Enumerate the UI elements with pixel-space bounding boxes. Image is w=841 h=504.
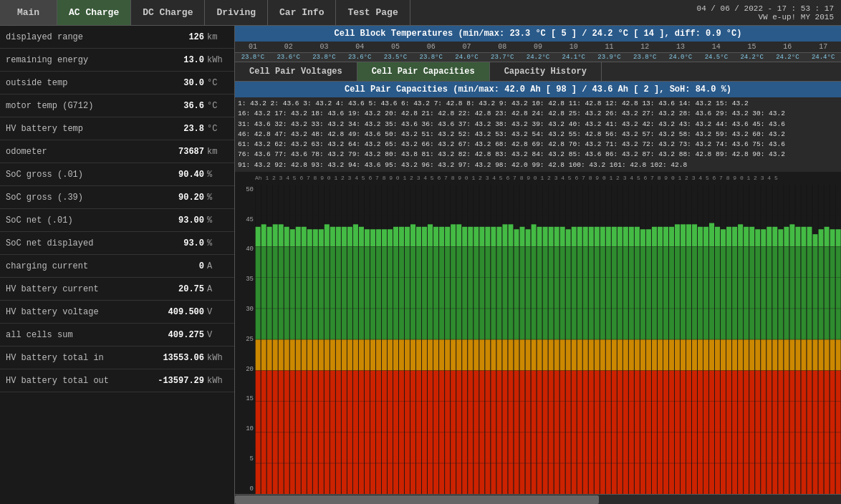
svg-rect-53 — [313, 229, 318, 246]
metric-unit: °C — [207, 78, 229, 88]
svg-rect-301 — [600, 339, 605, 370]
metric-row: SoC gross (.01) 90.40 % — [0, 163, 234, 186]
sub-tab-capacities[interactable]: Cell Pair Capacities — [357, 62, 490, 81]
svg-rect-312 — [612, 246, 617, 339]
svg-rect-246 — [537, 339, 542, 370]
svg-rect-383 — [692, 224, 697, 246]
cell-data-line: 31: 43.6 32: 43.2 33: 43.2 34: 43.2 35: … — [238, 120, 838, 130]
svg-rect-352 — [658, 246, 663, 339]
svg-rect-296 — [595, 339, 600, 370]
metric-row: charging current 0 A — [0, 255, 234, 278]
svg-rect-413 — [726, 227, 731, 247]
svg-rect-183 — [462, 227, 467, 247]
temp-value: 24.1°C — [556, 54, 592, 61]
svg-rect-466 — [789, 339, 794, 370]
svg-rect-336 — [640, 339, 645, 370]
svg-rect-343 — [646, 229, 651, 246]
svg-rect-403 — [715, 227, 720, 247]
svg-rect-417 — [732, 246, 737, 339]
metric-label: HV battery total in — [6, 353, 163, 363]
metric-row: HV battery temp 23.8 °C — [0, 117, 234, 140]
svg-rect-462 — [784, 246, 789, 339]
svg-rect-23 — [278, 224, 283, 246]
y-axis-label: 35 — [235, 276, 255, 283]
chart-container: 50454035302520151050 — [235, 185, 841, 494]
svg-rect-141 — [416, 339, 421, 370]
svg-rect-421 — [738, 339, 743, 370]
cell-number: 01 — [235, 43, 271, 51]
svg-rect-396 — [709, 339, 714, 370]
svg-rect-496 — [824, 339, 829, 370]
metric-label: remaining energy — [6, 55, 183, 65]
svg-rect-78 — [342, 227, 347, 247]
svg-rect-316 — [617, 339, 623, 370]
tab-ac-charge[interactable]: AC Charge — [57, 0, 131, 25]
tab-car-info[interactable]: Car Info — [268, 0, 336, 25]
svg-rect-436 — [755, 339, 760, 370]
sub-tabs: Cell Pair Voltages Cell Pair Capacities … — [235, 62, 841, 82]
svg-rect-17 — [272, 246, 277, 339]
svg-rect-483 — [807, 227, 812, 247]
svg-rect-278 — [571, 227, 576, 247]
svg-rect-318 — [617, 227, 623, 247]
svg-rect-382 — [692, 246, 697, 339]
tab-dc-charge[interactable]: DC Charge — [131, 0, 205, 25]
svg-rect-203 — [485, 227, 490, 247]
svg-rect-21 — [278, 339, 283, 370]
svg-rect-73 — [336, 227, 341, 247]
temp-value: 23.8°C — [413, 54, 449, 61]
chart-svg — [255, 185, 841, 494]
metric-unit: °C — [207, 124, 229, 134]
svg-rect-482 — [807, 246, 812, 339]
tab-driving[interactable]: Driving — [205, 0, 268, 25]
tab-test-page[interactable]: Test Page — [336, 0, 410, 25]
svg-rect-478 — [801, 227, 806, 247]
cell-numbers-row: 0102030405060708091011121314151617 — [235, 42, 841, 53]
svg-rect-337 — [640, 246, 645, 339]
svg-rect-223 — [508, 224, 513, 246]
svg-rect-486 — [812, 339, 817, 370]
svg-rect-47 — [307, 246, 312, 339]
svg-rect-328 — [629, 227, 634, 247]
metric-label: SoC net (.01) — [6, 215, 178, 226]
cell-data-line: 46: 42.8 47: 43.2 48: 42.8 49: 43.6 50: … — [238, 130, 838, 140]
svg-rect-463 — [784, 227, 789, 247]
svg-rect-217 — [502, 246, 507, 339]
tab-main[interactable]: Main — [0, 0, 57, 25]
metric-row: motor temp (G712) 36.6 °C — [0, 94, 234, 117]
svg-rect-451 — [772, 339, 777, 370]
capacities-header: Cell Pair Capacities (min/max: 42.0 Ah [… — [235, 82, 841, 97]
svg-rect-268 — [559, 227, 564, 247]
svg-rect-187 — [468, 246, 473, 339]
svg-rect-216 — [502, 339, 507, 370]
metric-label: outside temp — [6, 78, 183, 88]
chart-inner — [255, 185, 841, 494]
svg-rect-408 — [721, 229, 726, 246]
svg-rect-6 — [261, 339, 266, 370]
cell-number: 04 — [342, 43, 378, 51]
svg-rect-342 — [646, 246, 651, 339]
svg-rect-181 — [462, 339, 467, 370]
sub-tab-voltages[interactable]: Cell Pair Voltages — [235, 62, 357, 81]
y-axis-label: 30 — [235, 306, 255, 313]
svg-rect-131 — [405, 339, 410, 370]
y-axis-label: 20 — [235, 366, 255, 373]
svg-rect-33 — [290, 229, 295, 246]
scrollbar-thumb[interactable] — [235, 495, 599, 504]
scrollbar-area[interactable] — [235, 494, 841, 504]
svg-rect-432 — [749, 246, 754, 339]
svg-rect-253 — [542, 227, 547, 247]
svg-rect-487 — [812, 246, 817, 339]
svg-rect-122 — [393, 246, 398, 339]
sub-tab-history[interactable]: Capacity History — [490, 62, 602, 81]
svg-rect-418 — [732, 227, 737, 247]
cell-number: 06 — [413, 43, 449, 51]
svg-rect-388 — [698, 227, 703, 247]
svg-rect-186 — [468, 339, 473, 370]
svg-rect-193 — [474, 227, 479, 247]
svg-rect-497 — [824, 246, 829, 339]
svg-rect-238 — [525, 229, 530, 246]
cell-number: 03 — [307, 43, 342, 51]
svg-rect-16 — [272, 339, 277, 370]
svg-rect-271 — [565, 339, 570, 370]
